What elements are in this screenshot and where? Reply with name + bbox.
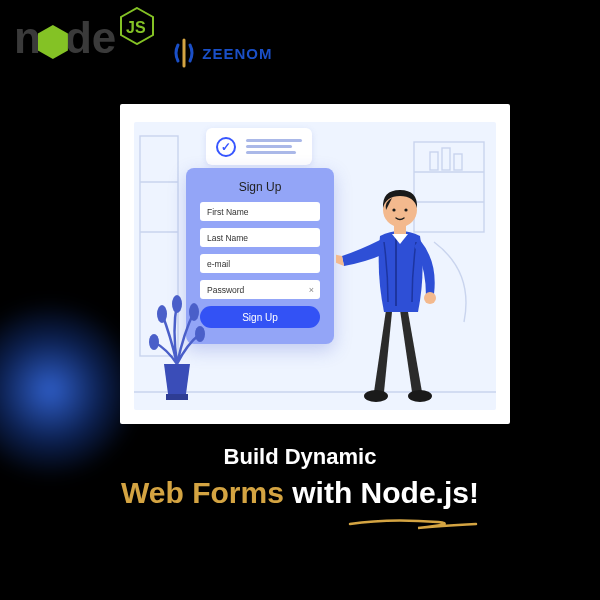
svg-point-12	[157, 305, 167, 323]
zeenom-text: ZEENOM	[202, 45, 272, 62]
plant-decoration-icon	[142, 294, 212, 404]
person-illustration	[336, 172, 466, 406]
password-field[interactable]: Password	[200, 280, 320, 299]
node-letter-d: d	[65, 13, 92, 63]
caption-white-text: with Node.js!	[284, 476, 479, 509]
caption-line-2: Web Forms with Node.js!	[0, 476, 600, 510]
svg-rect-17	[166, 394, 188, 400]
svg-point-18	[364, 390, 388, 402]
svg-point-13	[172, 295, 182, 313]
svg-rect-8	[430, 152, 438, 170]
verified-badge: ✓	[206, 128, 312, 165]
caption-line-1: Build Dynamic	[0, 444, 600, 470]
node-letter-n: n	[14, 13, 41, 63]
caption-gold-text: Web Forms	[121, 476, 284, 509]
illustration-scene: ✓ Sign Up First Name Last Name e-mail Pa…	[134, 122, 496, 410]
zeenom-logo: ZEENOM	[172, 38, 272, 68]
caption-block: Build Dynamic Web Forms with Node.js!	[0, 444, 600, 510]
svg-point-23	[392, 208, 395, 211]
svg-point-15	[195, 326, 205, 342]
svg-point-24	[404, 208, 407, 211]
signup-button[interactable]: Sign Up	[200, 306, 320, 328]
nodejs-shield-icon: JS	[120, 7, 154, 45]
last-name-field[interactable]: Last Name	[200, 228, 320, 247]
svg-point-20	[424, 292, 436, 304]
svg-text:JS: JS	[126, 19, 146, 36]
illustration-card: ✓ Sign Up First Name Last Name e-mail Pa…	[120, 104, 510, 424]
node-letter-e: e	[92, 13, 116, 63]
zeenom-mark-icon	[172, 38, 196, 68]
email-field[interactable]: e-mail	[200, 254, 320, 273]
svg-point-14	[189, 303, 199, 321]
first-name-field[interactable]: First Name	[200, 202, 320, 221]
node-hexagon-icon	[38, 25, 68, 59]
nodejs-logo: n d e JS	[14, 13, 154, 63]
underline-swirl-icon	[348, 516, 478, 534]
svg-rect-9	[442, 148, 450, 170]
svg-point-16	[149, 334, 159, 350]
badge-lines-decoration	[246, 136, 302, 157]
checkmark-icon: ✓	[216, 137, 236, 157]
svg-rect-10	[454, 154, 462, 170]
svg-point-19	[408, 390, 432, 402]
form-title: Sign Up	[200, 180, 320, 194]
header-logos: n d e JS ZEENOM	[14, 8, 272, 68]
